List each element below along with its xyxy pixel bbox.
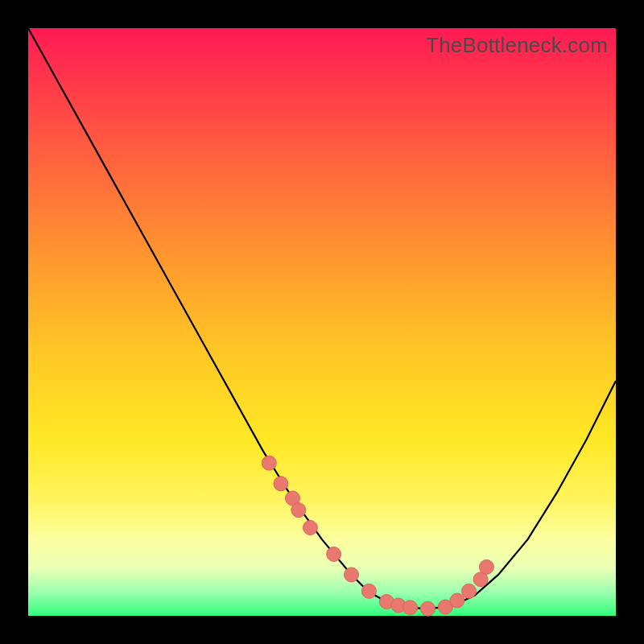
marker-dot <box>262 456 276 470</box>
marker-dot <box>420 601 435 616</box>
marker-dot <box>345 568 359 582</box>
marker-dot <box>361 584 376 598</box>
marker-dot <box>403 601 418 615</box>
bottleneck-curve <box>28 28 616 609</box>
marker-dot <box>479 559 493 574</box>
marker-dot <box>274 477 288 491</box>
marker-dot <box>450 593 464 608</box>
marker-dot <box>462 584 477 598</box>
chart-svg <box>28 28 616 616</box>
marker-dot <box>291 503 306 518</box>
marker-dot <box>303 521 317 535</box>
marker-points <box>262 456 493 616</box>
chart-frame: TheBottleneck.com <box>0 0 644 644</box>
plot-area: TheBottleneck.com <box>28 28 616 616</box>
marker-dot <box>327 547 341 561</box>
